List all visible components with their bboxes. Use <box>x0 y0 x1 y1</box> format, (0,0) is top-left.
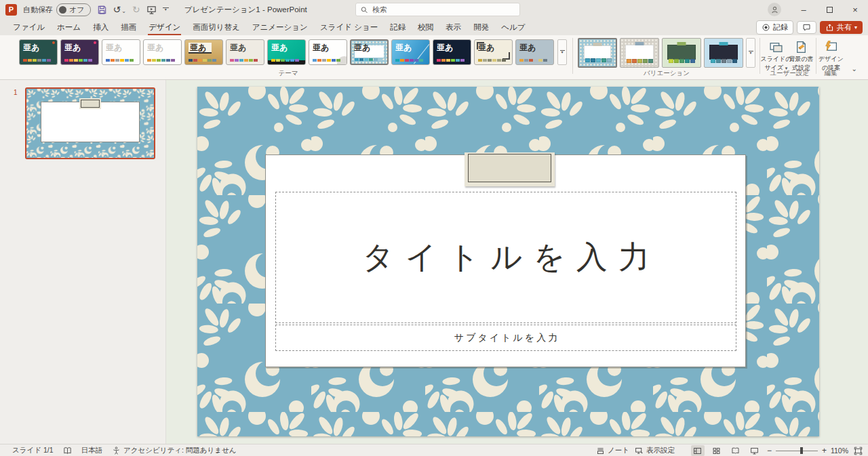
theme-thumbnail-1[interactable]: 亜あ <box>60 39 99 65</box>
zoom-slider[interactable] <box>776 447 818 455</box>
theme-thumbnail-10[interactable]: 亜あ <box>433 39 471 65</box>
variations-more-button[interactable]: ▾ <box>746 38 755 68</box>
ribbon-tab-8[interactable]: 記録 <box>384 20 412 35</box>
ribbon-tab-0[interactable]: ファイル <box>7 20 51 35</box>
ribbon-tab-3[interactable]: 描画 <box>115 20 142 35</box>
zoom-out-button[interactable]: − <box>767 446 772 455</box>
color-swatch <box>524 59 528 62</box>
theme-thumbnail-4[interactable]: 亜あ <box>184 39 223 65</box>
powerpoint-window: P 自動保存 オフ ↺⌄ ↻ ▾ プレゼンテーション1 - PowerPoint <box>0 0 868 456</box>
slide-thumbnail[interactable] <box>25 87 155 159</box>
zoom-level[interactable]: 110% <box>831 447 848 455</box>
spellcheck-book-icon[interactable] <box>63 447 72 455</box>
color-swatch <box>419 59 423 62</box>
color-swatch <box>235 59 239 62</box>
color-swatch <box>585 58 590 62</box>
autosave-label: 自動保存 <box>23 5 53 15</box>
theme-glyph: 亜あ <box>23 43 39 51</box>
color-swatch <box>369 58 373 61</box>
color-swatch <box>152 59 156 62</box>
ribbon-tab-5[interactable]: 画面切り替え <box>186 20 246 35</box>
color-swatch <box>519 59 524 62</box>
subtitle-placeholder[interactable]: サブタイトルを入力 <box>275 325 736 351</box>
ribbon-tab-11[interactable]: 開発 <box>467 20 495 35</box>
theme-thumbnail-8[interactable]: 亜あ <box>350 39 389 65</box>
minimize-button[interactable]: – <box>791 0 816 19</box>
share-button[interactable]: 共有 ▾ <box>820 21 863 34</box>
restore-button[interactable] <box>816 0 842 19</box>
language-indicator[interactable]: 日本語 <box>81 446 103 455</box>
color-swatch <box>378 58 382 61</box>
format-background-button[interactable]: 背景の書 式設定 <box>789 39 814 72</box>
color-swatch <box>538 59 542 62</box>
theme-thumbnail-11[interactable]: 亜あ <box>474 39 513 65</box>
color-swatch <box>130 59 134 62</box>
display-settings-button[interactable]: 表示設定 <box>635 446 675 455</box>
themes-more-button[interactable]: ▾ <box>557 39 567 65</box>
record-button[interactable]: 記録 <box>756 20 793 35</box>
slide-size-button[interactable]: スライドの サイズ ▾ <box>764 39 789 72</box>
ribbon-tab-7[interactable]: スライド ショー <box>314 20 384 35</box>
variation-thumbnail-2[interactable] <box>662 38 701 68</box>
theme-thumbnail-3[interactable]: 亜あ <box>143 39 182 65</box>
save-icon[interactable] <box>97 5 107 15</box>
theme-thumbnail-9[interactable]: 亜あ <box>391 39 430 65</box>
theme-thumbnail-12[interactable]: 亜あ <box>515 39 554 65</box>
color-swatch <box>364 58 368 61</box>
reading-view-icon <box>731 447 740 455</box>
account-avatar[interactable] <box>768 3 781 16</box>
theme-swatches <box>437 59 465 62</box>
undo-dropdown-icon[interactable]: ⌄ <box>121 8 126 14</box>
fit-to-window-icon[interactable] <box>854 447 863 455</box>
theme-thumbnail-5[interactable]: 亜あ <box>226 39 264 65</box>
autosave-toggle[interactable]: 自動保存 オフ <box>23 3 91 16</box>
zoom-in-button[interactable]: + <box>822 446 827 455</box>
theme-glyph: 亜あ <box>147 43 163 51</box>
variation-tab <box>593 43 602 46</box>
ribbon-tab-1[interactable]: ホーム <box>51 20 87 35</box>
ribbon-tab-10[interactable]: 表示 <box>439 20 467 35</box>
slide-sorter-view-button[interactable] <box>710 445 724 456</box>
variation-thumbnail-0[interactable] <box>578 38 617 68</box>
design-ideas-button[interactable]: デザイン の提案 <box>818 39 844 72</box>
person-icon <box>770 5 779 14</box>
ribbon-tab-12[interactable]: ヘルプ <box>495 20 531 35</box>
theme-thumbnail-0[interactable]: 亜あ <box>19 39 58 65</box>
color-swatch <box>322 59 326 62</box>
reading-view-button[interactable] <box>729 445 743 456</box>
ribbon-tab-9[interactable]: 校閲 <box>412 20 439 35</box>
search-box[interactable] <box>355 3 520 16</box>
title-bar: P 自動保存 オフ ↺⌄ ↻ ▾ プレゼンテーション1 - PowerPoint <box>0 0 868 19</box>
theme-thumbnail-2[interactable]: 亜あ <box>102 39 140 65</box>
theme-glyph: 亜あ <box>519 43 536 51</box>
theme-thumbnail-7[interactable]: 亜あ <box>309 39 347 65</box>
color-swatch <box>33 59 37 62</box>
undo-button[interactable]: ↺⌄ <box>113 5 126 14</box>
customize-quick-access-icon[interactable]: ▾ <box>163 7 169 12</box>
variation-swatches <box>627 59 653 63</box>
theme-thumbnail-6[interactable]: 亜あ <box>267 39 306 65</box>
variation-thumbnail-3[interactable] <box>704 38 743 68</box>
color-swatch <box>460 59 465 62</box>
color-swatch <box>414 59 418 62</box>
close-button[interactable]: × <box>842 0 868 19</box>
notes-button[interactable]: ノート <box>596 446 629 455</box>
color-swatch <box>295 59 299 62</box>
subtitle-placeholder-text: サブタイトルを入力 <box>452 332 559 344</box>
zoom-slider-handle[interactable] <box>800 447 803 454</box>
normal-view-button[interactable] <box>691 445 705 456</box>
color-swatch <box>400 59 404 62</box>
ribbon-tab-4[interactable]: デザイン <box>142 20 186 35</box>
ribbon-tab-6[interactable]: アニメーション <box>246 20 314 35</box>
comments-button[interactable] <box>797 21 816 34</box>
collapse-ribbon-icon[interactable]: ⌄ <box>852 65 857 72</box>
record-icon <box>762 23 770 32</box>
accessibility-status[interactable]: アクセシビリティ: 問題ありません <box>112 446 237 455</box>
slideshow-view-button[interactable] <box>748 445 762 456</box>
slide[interactable]: タイトルを入力 サブタイトルを入力 <box>197 87 819 436</box>
ribbon-tab-2[interactable]: 挿入 <box>87 20 115 35</box>
start-slideshow-icon[interactable] <box>146 5 157 15</box>
search-input[interactable] <box>372 5 515 14</box>
title-placeholder[interactable]: タイトルを入力 <box>275 192 736 323</box>
variation-thumbnail-1[interactable] <box>620 38 659 68</box>
